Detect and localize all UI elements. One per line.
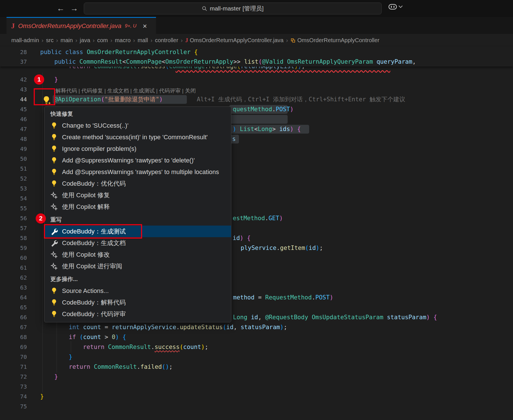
code-text: public class OmsOrderReturnApplyControll… <box>40 47 198 57</box>
chevron-right-icon: › <box>110 37 112 44</box>
lightbulb-icon <box>50 134 58 141</box>
annotation-step-1: 1 <box>34 74 44 85</box>
wrench-icon <box>50 239 58 247</box>
code-text: int count = returnApplyService.updateSta… <box>69 322 287 332</box>
quickfix-menu: 快速修复Change to 'SUCcess(..)'Create method… <box>44 106 231 322</box>
code-text: } <box>54 75 58 85</box>
line-number: 67 <box>0 322 27 332</box>
lightbulb-icon <box>50 168 58 176</box>
code-text: estMethod.GET) <box>233 213 283 223</box>
code-text: s <box>232 134 236 144</box>
quickfix-item-label: 使用 Copilot 解释 <box>62 203 110 211</box>
code-line[interactable]: 74} <box>0 392 513 402</box>
codebuddy-codelens[interactable]: 解释代码 | 代码修复 | 生成文档 | 生成测试 | 代码评审 | 关闭 <box>55 87 196 95</box>
tab-oms-order-return-apply-controller[interactable]: J OmsOrderReturnApplyController.java 9+,… <box>7 17 156 34</box>
breadcrumb-item[interactable]: com <box>97 37 108 44</box>
close-icon[interactable]: × <box>143 22 147 30</box>
code-line[interactable]: 69return CommonResult.success(count); <box>0 342 513 352</box>
quickfix-item-label: 使用 Copilot 修复 <box>62 191 110 200</box>
lightbulb-icon <box>50 145 58 153</box>
code-line[interactable]: 42} <box>0 75 513 85</box>
java-file-icon: J <box>185 37 188 44</box>
search-icon <box>202 6 207 11</box>
copilot-menu-button[interactable] <box>388 4 402 10</box>
code-line[interactable]: 71return CommonResult.failed(); <box>0 362 513 372</box>
sticky-scroll-header[interactable]: 28public class OmsOrderReturnApplyContro… <box>0 47 513 67</box>
chevron-right-icon: › <box>133 37 135 44</box>
back-arrow-icon[interactable]: ← <box>55 0 66 17</box>
highlight-box <box>229 115 288 124</box>
code-line[interactable]: 37public CommonResult<CommonPage<OmsOrde… <box>0 57 513 67</box>
code-line[interactable]: 68if (count > 0) { <box>0 332 513 342</box>
quickfix-item-label: Source Actions... <box>62 287 109 295</box>
breadcrumb-item[interactable]: main <box>61 37 73 44</box>
line-number: 37 <box>0 57 27 67</box>
line-number: 45 <box>0 104 27 114</box>
tab-title: OmsOrderReturnApplyController.java <box>18 22 121 30</box>
line-number: 72 <box>0 372 27 382</box>
quickfix-item-label: CodeBuddy：优化代码 <box>62 179 126 188</box>
breadcrumb-label: com <box>97 37 108 44</box>
copilot-icon <box>388 4 397 10</box>
line-number: 69 <box>0 342 27 352</box>
code-text: } <box>69 352 72 362</box>
breadcrumb-label: java <box>80 37 90 44</box>
command-center-search[interactable]: mall-master [管理员] <box>84 3 382 14</box>
quickfix-item[interactable]: CodeBuddy：解释代码 <box>44 297 231 308</box>
indent-guide <box>71 341 71 353</box>
code-line[interactable]: 70} <box>0 352 513 362</box>
breadcrumb-item[interactable]: OmsOrderReturnApplyController <box>290 37 379 44</box>
chevron-right-icon: › <box>56 37 58 44</box>
quickfix-item[interactable]: 使用 Copilot 修改 <box>44 249 231 260</box>
code-line[interactable]: 67int count = returnApplyService.updateS… <box>0 322 513 332</box>
breadcrumb-item[interactable]: JOmsOrderReturnApplyController.java <box>185 37 283 44</box>
line-number: 42 <box>0 75 27 85</box>
breadcrumb-item[interactable]: mall-admin <box>11 37 39 44</box>
quickfix-section: 重写CodeBuddy：生成测试CodeBuddy：生成文档使用 Copilot… <box>44 215 231 272</box>
code-line[interactable]: 44@ApiOperation("批量删除退货申请")Alt+I 生成代码，Ct… <box>0 95 513 104</box>
quickfix-item[interactable]: 使用 Copilot 进行审阅 <box>44 260 231 272</box>
breadcrumb-item[interactable]: controller <box>155 37 178 44</box>
quickfix-item[interactable]: 使用 Copilot 修复 <box>44 189 231 201</box>
quickfix-item[interactable]: CodeBuddy：生成文档 <box>44 237 231 249</box>
lightbulb-icon <box>50 287 58 295</box>
quickfix-item[interactable]: Change to 'SUCcess(..)' <box>44 120 231 131</box>
quickfix-item[interactable]: Source Actions... <box>44 285 231 297</box>
quickfix-item-label: 使用 Copilot 进行审阅 <box>62 262 122 271</box>
sparkle-icon <box>50 192 58 199</box>
tab-problems-badge: 9+, U <box>125 23 136 29</box>
quickfix-item[interactable]: Ignore compiler problem(s) <box>44 143 231 155</box>
quickfix-section-header: 更多操作... <box>44 274 231 284</box>
line-number: 75 <box>0 402 27 412</box>
forward-arrow-icon[interactable]: → <box>69 0 79 17</box>
chevron-right-icon: › <box>75 37 77 44</box>
code-text: plyService.getItem(id); <box>241 243 323 253</box>
code-line[interactable]: 72} <box>0 372 513 382</box>
quickfix-item[interactable]: 使用 Copilot 解释 <box>44 201 231 213</box>
breadcrumb-item[interactable]: macro <box>115 37 131 44</box>
code-text: } <box>40 392 44 402</box>
quickfix-item[interactable]: Create method 'success(int)' in type 'Co… <box>44 131 231 143</box>
lightbulb-icon <box>50 310 58 318</box>
quickfix-item[interactable]: CodeBuddy：优化代码 <box>44 178 231 189</box>
breadcrumb-item[interactable]: src <box>46 37 54 44</box>
line-number: 73 <box>0 382 27 392</box>
breadcrumb-item[interactable]: java <box>80 37 90 44</box>
breadcrumb-label: controller <box>155 37 178 44</box>
ide-window: ← → mall-master [管理员] J OmsOrderReturnAp… <box>0 0 513 420</box>
breadcrumb-item[interactable]: mall <box>138 37 148 44</box>
code-line[interactable]: 73 <box>0 382 513 392</box>
quickfix-item[interactable]: Add @SuppressWarnings 'rawtypes' to mult… <box>44 166 231 178</box>
lightbulb-icon <box>50 157 58 164</box>
java-file-icon: J <box>11 22 15 30</box>
code-line[interactable]: 75 <box>0 402 513 412</box>
quickfix-item[interactable]: CodeBuddy：代码评审 <box>44 308 231 320</box>
quickfix-item[interactable]: Add @SuppressWarnings 'rawtypes' to 'del… <box>44 155 231 166</box>
quickfix-item-label: 使用 Copilot 修改 <box>62 250 110 259</box>
line-number: 48 <box>0 134 27 144</box>
chevron-right-icon: › <box>286 37 288 44</box>
line-number: 58 <box>0 233 27 243</box>
line-number: 56 <box>0 213 27 223</box>
quickfix-item-label: Create method 'success(int)' in type 'Co… <box>62 134 208 141</box>
code-line[interactable]: 28public class OmsOrderReturnApplyContro… <box>0 47 513 57</box>
